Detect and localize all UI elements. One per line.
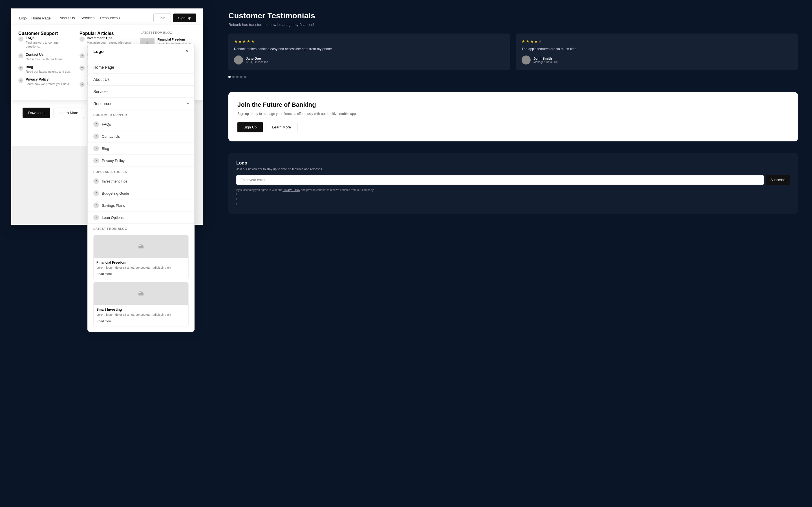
mobile-loans[interactable]: ? Loan Options: [88, 212, 194, 224]
testimonial-author-2: John Smith Manager, Retail Co.: [522, 55, 792, 64]
star-icon: ★: [247, 39, 250, 44]
footer-link-2[interactable]: L: [236, 197, 790, 201]
close-icon[interactable]: ×: [186, 48, 189, 54]
dot-2[interactable]: [232, 76, 235, 78]
mobile-budgeting[interactable]: ? Budgeting Guide: [88, 187, 194, 200]
mega-menu-support-title: Customer Support: [18, 31, 74, 36]
right-panel: Customer Testimonials Rebank has transfo…: [214, 0, 812, 507]
chevron-down-icon-mobile: ▾: [187, 102, 189, 105]
mobile-savings-icon: ?: [93, 203, 99, 208]
subscribe-button[interactable]: Subscribe: [766, 175, 790, 185]
star-icon: ★: [238, 39, 242, 44]
nav-logo: Logo Home Page: [18, 15, 51, 20]
join-button[interactable]: Join: [153, 13, 171, 22]
mobile-privacy[interactable]: ? Privacy Policy: [88, 155, 194, 167]
mobile-blog-thumb-1: 🏔: [94, 235, 188, 258]
author-name-1: Jane Doe: [246, 57, 269, 61]
testimonial-text-1: Rebank makes banking easy and accessible…: [234, 47, 505, 52]
dot-5[interactable]: [244, 76, 246, 78]
star-icon: ★: [534, 39, 538, 44]
mega-menu-contact[interactable]: ? Contact Us Get in touch with our team.: [18, 53, 74, 61]
dot-3[interactable]: [236, 76, 239, 78]
privacy-policy-link[interactable]: Privacy Policy: [283, 188, 300, 191]
mobile-savings[interactable]: ? Savings Plans: [88, 200, 194, 212]
mobile-faq-icon: ?: [93, 121, 99, 127]
mobile-nav-about[interactable]: About Us: [88, 73, 194, 86]
cta-learn-more-button[interactable]: Learn More: [266, 122, 297, 132]
loans-icon: ?: [80, 82, 85, 87]
testimonial-card-2: ★ ★ ★ ★ ★ The app's features are so much…: [516, 34, 798, 70]
footer-link-1[interactable]: L: [236, 192, 790, 196]
mobile-nav-services[interactable]: Services: [88, 86, 194, 98]
testimonials-section: Customer Testimonials Rebank has transfo…: [229, 11, 798, 78]
mobile-read-more-2[interactable]: Read more: [96, 320, 112, 323]
mobile-nav-resources[interactable]: Resources ▾: [88, 98, 194, 110]
nav-resources[interactable]: Resources ▾: [100, 16, 120, 20]
dot-1[interactable]: [229, 76, 231, 78]
mega-menu-blog-title: Latest from Blog: [140, 31, 196, 34]
footer-desc: Join our newsletter to stay up to date o…: [236, 167, 790, 171]
cta-buttons: Sign Up Learn More: [238, 122, 789, 132]
footer-section: Logo Join our newsletter to stay up to d…: [229, 153, 798, 214]
savings-icon: ?: [80, 66, 85, 71]
investment-icon: ?: [80, 37, 85, 42]
testimonials-subtitle: Rebank has transformed how I manage my f…: [229, 22, 798, 27]
nav-actions: Join Sign Up: [153, 13, 196, 22]
nav-services[interactable]: Services: [80, 16, 94, 20]
testimonial-card-1: ★ ★ ★ ★ ★ Rebank makes banking easy and …: [229, 34, 510, 70]
footer-links: L L L: [236, 192, 790, 206]
star-icon: ★: [530, 39, 534, 44]
mega-menu-articles-title: Popular Articles: [80, 31, 135, 36]
dots-indicator: [229, 76, 798, 78]
dot-4[interactable]: [240, 76, 243, 78]
mobile-faqs[interactable]: ? FAQs: [88, 118, 194, 130]
mobile-blog[interactable]: ? Blog: [88, 143, 194, 155]
stars-2: ★ ★ ★ ★ ★: [522, 39, 792, 44]
download-button[interactable]: Download: [22, 108, 50, 118]
chevron-down-icon: ▾: [119, 16, 120, 19]
blog-icon: ?: [18, 66, 23, 71]
newsletter-disclaimer: By subscribing you agree to with our Pri…: [236, 188, 790, 192]
mobile-blog-item-1[interactable]: 🏔 Financial Freedom Lorem ipsum dolor si…: [93, 235, 189, 279]
newsletter-form: Subscribe: [236, 175, 790, 185]
star-icon: ★: [251, 39, 255, 44]
testimonial-author-1: Jane Doe CEO, FinTech Inc.: [234, 55, 505, 64]
mega-menu-privacy[interactable]: ? Privacy Policy Learn how we protect yo…: [18, 77, 74, 86]
mobile-investment[interactable]: ? Investment Tips: [88, 175, 194, 187]
mega-menu-support-col: Customer Support ? FAQs Find answers to …: [18, 31, 74, 94]
mega-menu-blog[interactable]: ? Blog Read our latest insights and tips…: [18, 65, 74, 73]
mobile-blog-item-2[interactable]: 🏔 Smart Investing Lorem ipsum dolor sit …: [93, 282, 189, 326]
author-role-1: CEO, FinTech Inc.: [246, 61, 269, 64]
testimonials-title: Customer Testimonials: [229, 11, 798, 20]
page-wrapper: Logo Home Page About Us Services Resourc…: [0, 0, 812, 507]
avatar-1: [234, 55, 243, 64]
mobile-contact[interactable]: ? Contact Us: [88, 130, 194, 143]
nav-links: About Us Services Resources ▾: [60, 16, 147, 20]
hero-learn-more-button[interactable]: Learn More: [54, 108, 84, 118]
browser-area: Logo Home Page About Us Services Resourc…: [0, 0, 214, 507]
nav-about[interactable]: About Us: [60, 16, 75, 20]
mobile-blog-thumb-2: 🏔: [94, 282, 188, 305]
signup-nav-button[interactable]: Sign Up: [173, 13, 196, 22]
join-cta-card: Join the Future of Banking Sign up today…: [229, 92, 798, 142]
footer-link-3[interactable]: L: [236, 202, 790, 206]
budgeting-icon: ?: [80, 53, 85, 58]
mobile-contact-icon: ?: [93, 133, 99, 139]
star-empty-icon: ★: [539, 39, 542, 44]
privacy-icon: ?: [18, 78, 23, 83]
star-icon: ★: [234, 39, 238, 44]
author-name-2: John Smith: [534, 57, 558, 61]
mobile-budgeting-icon: ?: [93, 190, 99, 196]
cta-signup-button[interactable]: Sign Up: [238, 122, 263, 132]
footer-logo: Logo: [236, 161, 790, 166]
stars-1: ★ ★ ★ ★ ★: [234, 39, 505, 44]
mobile-read-more-1[interactable]: Read more: [96, 272, 112, 276]
newsletter-email-input[interactable]: [236, 175, 764, 185]
contact-icon: ?: [18, 53, 23, 58]
mobile-investment-icon: ?: [93, 178, 99, 184]
mega-menu-faqs[interactable]: ? FAQs Find answers to common questions.: [18, 36, 74, 49]
mobile-articles-section-title: Popular Articles: [88, 167, 194, 175]
star-icon: ★: [526, 39, 529, 44]
mobile-blog-icon: ?: [93, 146, 99, 151]
mobile-nav-home[interactable]: Home Page: [88, 61, 194, 73]
